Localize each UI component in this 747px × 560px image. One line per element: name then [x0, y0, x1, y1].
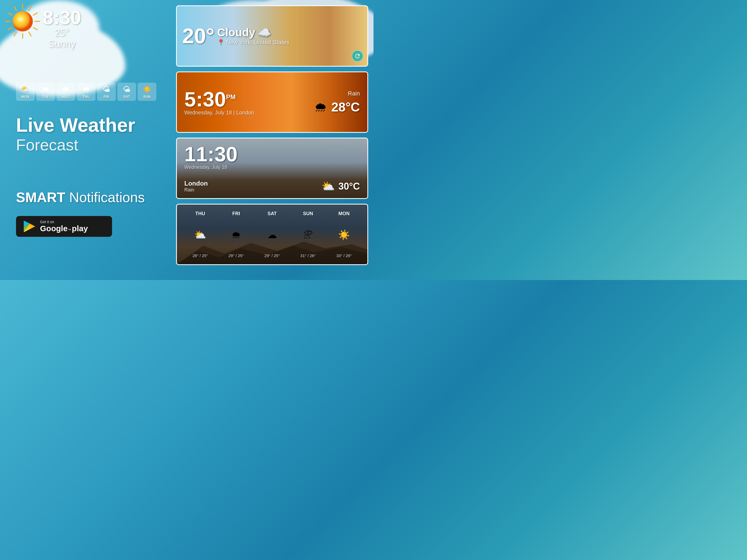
- day-thu-label: THU: [79, 95, 93, 99]
- title-live: Live Weather: [16, 114, 135, 136]
- refresh-icon: [354, 53, 361, 59]
- day-sat-icon: 🌤: [120, 85, 133, 94]
- day-tue: 🌧 TUE: [36, 83, 55, 101]
- forecast-thu-label: THU: [195, 211, 205, 216]
- app-title: Live Weather Forecast: [16, 115, 135, 154]
- svg-line-1: [29, 6, 31, 11]
- widget1-condition-text: Cloudy: [217, 26, 255, 39]
- trademark-symbol: ™: [68, 228, 71, 232]
- day-thu: 🌧 THU: [77, 83, 96, 101]
- partly-cloudy-rain-icon: ⛅: [321, 180, 335, 192]
- forecast-sat-label: SAT: [267, 211, 277, 216]
- widget-weekly-dark: THU ⛅ 28° / 25° FRI 🌧 29° / 25° SAT ☁ 29…: [176, 204, 368, 265]
- location-pin-icon: 📍: [217, 39, 224, 46]
- forecast-mon: MON ☀️ 33° / 26°: [326, 209, 362, 260]
- forecast-fri-icon: 🌧: [231, 229, 241, 241]
- get-it-on-label: Get it on: [40, 220, 88, 224]
- forecast-sun: SUN ⛈ 31° / 26°: [290, 209, 326, 260]
- svg-line-4: [33, 27, 37, 30]
- widget3-date: Wednesday, July 18: [184, 164, 360, 170]
- weekly-forecast: ⛅ MON 🌧 TUE 🌧 WED 🌧 THU 🌤 FRI 🌤 SAT ☀️ S…: [16, 83, 156, 101]
- forecast-thu-icon: ⛅: [194, 229, 206, 241]
- widget2-period: PM: [226, 93, 236, 101]
- notifications-label: Notifications: [69, 190, 145, 205]
- svg-line-8: [8, 27, 12, 30]
- widget3-city: London: [184, 180, 208, 187]
- title-live-weather: Live Weather: [16, 115, 135, 136]
- forecast-sun-icon: ⛈: [303, 229, 313, 241]
- google-play-icon: [22, 220, 36, 233]
- svg-point-12: [12, 11, 33, 31]
- forecast-sat-icon: ☁: [267, 229, 277, 241]
- widget2-left: 5:30PM Wednesday, July 18 | London: [184, 89, 254, 116]
- current-time: 8:30: [43, 8, 81, 27]
- day-sun-label: SUN: [140, 95, 154, 99]
- day-mon-icon: ⛅: [19, 85, 32, 94]
- day-mon-label: MON: [19, 95, 32, 99]
- widget3-weather: ⛅ 30°C: [321, 180, 360, 192]
- forecast-mon-temps: 33° / 26°: [336, 253, 352, 258]
- day-thu-icon: 🌧: [79, 85, 93, 94]
- forecast-sun-temps: 31° / 26°: [301, 253, 316, 258]
- widget3-temp: 30°C: [339, 181, 360, 192]
- day-sun: ☀️ SUN: [138, 83, 156, 101]
- widget2-date-city: Wednesday, July 18 | London: [184, 110, 254, 116]
- day-wed-label: WED: [59, 95, 73, 99]
- day-sat-label: SAT: [120, 95, 133, 99]
- forecast-sat: SAT ☁ 29° / 25°: [254, 209, 290, 260]
- widget1-location-text: New York, United States: [226, 39, 289, 46]
- widget2-right: Rain 🌧 28°C: [314, 90, 360, 114]
- widget3-time: 11:30: [184, 144, 360, 164]
- day-fri: 🌤 FRI: [97, 83, 116, 101]
- widget1-temp: 20°: [182, 24, 214, 48]
- day-tue-icon: 🌧: [39, 85, 52, 94]
- widget2-weather-row: 🌧 28°C: [314, 100, 360, 114]
- rain-cloud-icon: 🌧: [314, 100, 327, 114]
- day-wed: 🌧 WED: [56, 83, 75, 101]
- google-play-button[interactable]: Get it on Google™ play: [16, 216, 112, 237]
- forecast-fri: FRI 🌧 29° / 25°: [218, 209, 254, 260]
- widget2-temp: 28°C: [331, 100, 360, 114]
- play-word: play: [72, 224, 88, 233]
- forecast-thu-temps: 28° / 25°: [192, 253, 208, 258]
- refresh-button[interactable]: [352, 50, 363, 62]
- forecast-mon-icon: ☀️: [338, 229, 350, 241]
- day-wed-icon: 🌧: [59, 85, 73, 94]
- smart-label: SMART: [16, 190, 66, 205]
- day-tue-label: TUE: [39, 95, 52, 99]
- forecast-mon-label: MON: [339, 211, 350, 216]
- sun-icon: [3, 3, 40, 40]
- widget2-time-value: 5:30: [184, 87, 226, 111]
- day-fri-label: FRI: [100, 95, 113, 99]
- day-sat: 🌤 SAT: [118, 83, 136, 101]
- forecast-fri-temps: 29° / 25°: [228, 253, 244, 258]
- smart-notifications: SMART Notifications: [16, 189, 145, 205]
- current-temp: 25°: [43, 27, 81, 38]
- day-fri-icon: 🌤: [100, 85, 113, 94]
- cloud-icon: ☁️: [258, 26, 271, 39]
- svg-line-5: [29, 32, 31, 36]
- svg-line-10: [8, 13, 12, 16]
- google-play-text: Get it on Google™ play: [40, 220, 88, 233]
- svg-line-11: [14, 6, 17, 11]
- day-mon: ⛅ MON: [16, 83, 35, 101]
- widget1-condition: Cloudy ☁️: [217, 26, 289, 39]
- forecast-sat-temps: 29° / 25°: [264, 253, 280, 258]
- title-forecast: Forecast: [16, 136, 135, 154]
- forecast-fri-label: FRI: [232, 211, 240, 216]
- widget3-condition: Rain: [184, 187, 208, 193]
- day-sun-icon: ☀️: [140, 85, 154, 94]
- svg-line-2: [33, 13, 37, 16]
- widget1-location: 📍 New York, United States: [217, 39, 289, 46]
- svg-line-7: [14, 32, 17, 36]
- time-display: 8:30 25° Sunny: [43, 8, 81, 50]
- widget-forest-london: ˇˇ ˇ ˇˇˇ ˇ ˇˇ 11:30 Wednesday, July 18 L…: [176, 138, 368, 199]
- forecast-sun-label: SUN: [303, 211, 313, 216]
- widget3-location-info: London Rain: [184, 180, 208, 193]
- current-condition: Sunny: [43, 38, 81, 50]
- widget2-time: 5:30PM: [184, 89, 254, 110]
- google-word: Google: [40, 224, 68, 233]
- google-play-label: Google™ play: [40, 224, 88, 233]
- widget-panel: 20° Cloudy ☁️ 📍 New York, United States: [176, 5, 368, 265]
- widget-sunset-london: 5:30PM Wednesday, July 18 | London Rain …: [176, 72, 368, 133]
